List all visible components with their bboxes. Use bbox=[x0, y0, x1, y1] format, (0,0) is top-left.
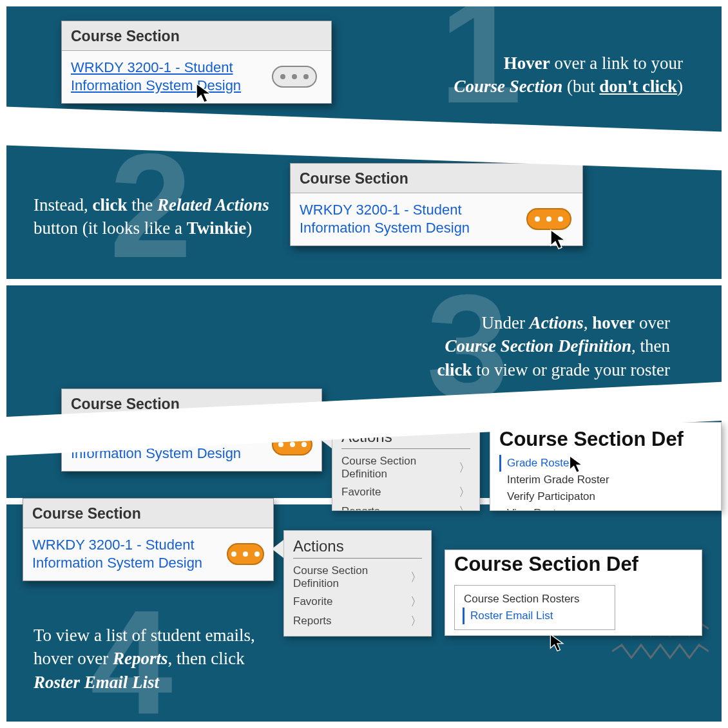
ellipsis-icon bbox=[231, 551, 236, 557]
actions-item[interactable]: Course Section Definition〉 bbox=[293, 562, 422, 592]
chevron-right-icon: 〉 bbox=[459, 484, 470, 500]
related-actions-button[interactable] bbox=[272, 66, 317, 88]
course-link[interactable]: WRKDY 3200-1 - Student Information Syste… bbox=[32, 536, 219, 571]
ellipsis-icon bbox=[535, 216, 540, 222]
chevron-right-icon: 〉 bbox=[410, 613, 422, 629]
cursor-icon bbox=[549, 633, 566, 653]
submenu-item[interactable]: Verify Participaton bbox=[499, 488, 712, 505]
panel-4: 4 To view a list of student emails,hover… bbox=[6, 504, 722, 722]
submenu-item[interactable]: Course Section Rosters bbox=[463, 591, 607, 608]
related-actions-button[interactable] bbox=[526, 208, 571, 230]
course-link[interactable]: WRKDY 3200-1 - Student Information Syste… bbox=[300, 201, 519, 236]
chevron-right-icon: 〉 bbox=[459, 460, 470, 475]
actions-title: Actions bbox=[293, 537, 422, 559]
submenu-item[interactable]: Roster Email List bbox=[463, 608, 607, 624]
submenu-heading: Course Section Def bbox=[454, 553, 693, 576]
submenu-course-def: Course Section Def Grade Roster Interim … bbox=[490, 422, 722, 511]
related-actions-button[interactable] bbox=[227, 543, 264, 565]
actions-item[interactable]: Favorite〉 bbox=[293, 592, 422, 611]
chevron-right-icon: 〉 bbox=[410, 570, 422, 585]
chevron-right-icon: 〉 bbox=[410, 594, 422, 609]
course-card-2: Course Section WRKDY 3200-1 - Student In… bbox=[290, 163, 583, 246]
instruction-3: Under Actions, hover overCourse Section … bbox=[374, 311, 670, 381]
actions-item[interactable]: Reports〉 bbox=[293, 611, 422, 631]
instruction-2: Instead, click the Related Actionsbutton… bbox=[34, 193, 291, 240]
actions-menu: Actions Course Section Definition〉 Favor… bbox=[283, 530, 432, 637]
actions-item[interactable]: Reports〉 bbox=[341, 502, 470, 511]
chevron-right-icon: 〉 bbox=[459, 504, 470, 511]
course-card-1: Course Section WRKDY 3200-1 - Student In… bbox=[61, 21, 332, 104]
actions-item[interactable]: Course Section Definition〉 bbox=[341, 453, 470, 483]
submenu-item[interactable]: Grade Roster bbox=[499, 455, 712, 472]
submenu-heading: Course Section Def bbox=[499, 428, 712, 451]
ellipsis-icon bbox=[280, 74, 285, 79]
instruction-4: To view a list of student emails,hover o… bbox=[34, 624, 291, 694]
panel-1: 1 Hover over a link to yourCourse Sectio… bbox=[6, 6, 722, 132]
instruction-1: Hover over a link to yourCourse Section … bbox=[399, 52, 683, 99]
card-header: Course Section bbox=[23, 499, 273, 528]
course-link[interactable]: WRKDY 3200-1 - Student Information Syste… bbox=[71, 59, 264, 94]
actions-item[interactable]: Favorite〉 bbox=[341, 483, 470, 502]
submenu-item[interactable]: Interim Grade Roster bbox=[499, 472, 712, 488]
course-card-4: Course Section WRKDY 3200-1 - Student In… bbox=[23, 498, 274, 581]
submenu-reports: Course Section Def Course Section Roster… bbox=[445, 550, 702, 636]
bubble-notch bbox=[272, 540, 283, 558]
ellipsis-icon bbox=[278, 442, 283, 447]
zigzag-decoration bbox=[612, 643, 709, 660]
card-header: Course Section bbox=[62, 21, 331, 51]
submenu-item[interactable]: View Roster bbox=[499, 505, 712, 511]
card-header: Course Section bbox=[291, 164, 582, 193]
